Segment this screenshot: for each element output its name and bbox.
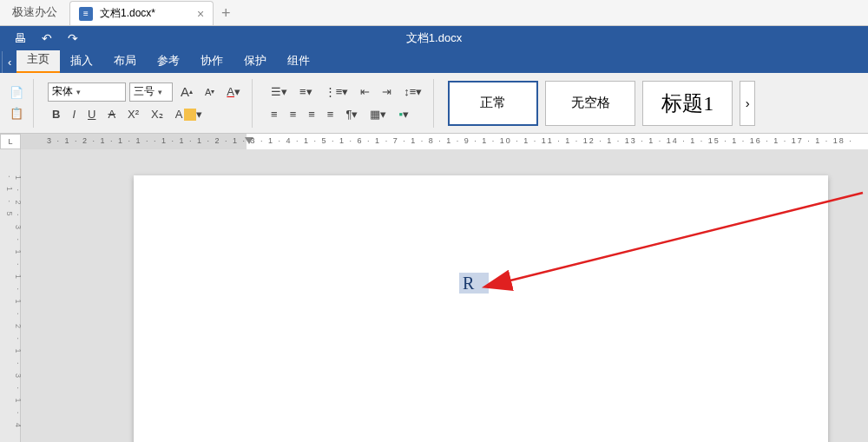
- window-tabbar: 极速办公 ≡ 文档1.docx* × +: [0, 0, 868, 26]
- undo-icon[interactable]: ↶: [42, 31, 52, 45]
- copy-button[interactable]: 📄: [7, 83, 26, 102]
- increase-indent-button[interactable]: ⇥: [378, 82, 396, 102]
- tab-home[interactable]: 主页: [16, 47, 60, 73]
- shading-button[interactable]: ▦▾: [365, 105, 391, 124]
- vruler-ticks: 1 · 2 · 3 · 1 · 1 · 1 · 2 · 1 · 3 · 1 · …: [5, 175, 23, 442]
- tab-insert[interactable]: 插入: [60, 49, 103, 73]
- paragraph-group: ☰▾ ≡▾ ⋮≡▾ ⇤ ⇥ ↕≡▾ ≡ ≡ ≡ ≡ ¶▾ ▦▾ ▪▾: [260, 79, 434, 128]
- bold-button[interactable]: B: [48, 105, 64, 124]
- document-icon: ≡: [79, 7, 93, 21]
- ruler-corner[interactable]: L: [0, 134, 21, 149]
- numbering-button[interactable]: ≡▾: [295, 82, 317, 102]
- line-spacing-button[interactable]: ↕≡▾: [399, 82, 426, 102]
- borders-button[interactable]: ▪▾: [394, 105, 413, 124]
- tab-references[interactable]: 参考: [147, 49, 190, 73]
- clipboard-group: 📄 📋: [7, 79, 34, 128]
- ribbon-tabs: ‹ 主页 插入 布局 参考 协作 保护 组件: [0, 50, 868, 73]
- decrease-indent-button[interactable]: ⇤: [356, 82, 374, 102]
- paragraph-marks-button[interactable]: ¶▾: [341, 105, 362, 124]
- document-page[interactable]: R: [134, 175, 828, 442]
- align-left-button[interactable]: ≡: [266, 105, 282, 124]
- redo-icon[interactable]: ↷: [68, 31, 78, 45]
- font-size-value: 三号: [134, 84, 155, 99]
- grow-font-button[interactable]: A▴: [176, 82, 197, 102]
- shrink-font-button[interactable]: A▾: [201, 82, 219, 102]
- bullets-button[interactable]: ☰▾: [266, 82, 292, 102]
- document-tab[interactable]: ≡ 文档1.docx* ×: [69, 1, 214, 25]
- font-size-combo[interactable]: 三号 ▾: [129, 82, 173, 102]
- workspace: 1 · 2 · 3 · 1 · 1 · 1 · 2 · 1 · 3 · 1 · …: [0, 149, 868, 442]
- chevron-down-icon: ▾: [76, 88, 81, 96]
- ribbon-toolbar: 📄 📋 宋体 ▾ 三号 ▾ A▴ A▾ A▾ B I U A X² X₂ A▾: [0, 73, 868, 134]
- app-name-label: 极速办公: [0, 0, 69, 25]
- style-heading1[interactable]: 标题1: [642, 81, 733, 126]
- document-tab-label: 文档1.docx*: [100, 6, 155, 21]
- document-canvas[interactable]: R: [21, 149, 868, 442]
- superscript-button[interactable]: X²: [123, 105, 143, 124]
- chevron-down-icon: ▾: [158, 88, 162, 96]
- font-name-value: 宋体: [52, 84, 73, 99]
- font-name-combo[interactable]: 宋体 ▾: [48, 82, 126, 102]
- vertical-ruler[interactable]: 1 · 2 · 3 · 1 · 1 · 1 · 2 · 1 · 3 · 1 · …: [0, 149, 21, 442]
- font-group: 宋体 ▾ 三号 ▾ A▴ A▾ A▾ B I U A X² X₂ A▾: [41, 79, 253, 128]
- window-title: 文档1.docx: [406, 30, 462, 46]
- style-no-spacing[interactable]: 无空格: [545, 81, 635, 126]
- subscript-button[interactable]: X₂: [147, 105, 168, 124]
- horizontal-ruler-bar: L 3 · 1 · 2 · 1 · 1 · 1 · · 1 · 1 · 1 · …: [0, 134, 868, 149]
- align-right-button[interactable]: ≡: [304, 105, 319, 124]
- underline-button[interactable]: U: [83, 105, 100, 124]
- new-tab-button[interactable]: +: [214, 1, 238, 25]
- tab-close-button[interactable]: ×: [197, 7, 204, 21]
- annotation-arrow-icon: [464, 184, 868, 323]
- svg-line-1: [507, 193, 863, 281]
- selected-text[interactable]: R: [459, 273, 489, 294]
- style-more[interactable]: ›: [740, 81, 755, 126]
- print-icon[interactable]: 🖶: [14, 31, 26, 45]
- font-color-button[interactable]: A▾: [222, 82, 245, 102]
- file-menu-button[interactable]: ‹: [2, 51, 16, 73]
- tab-components[interactable]: 组件: [277, 49, 320, 73]
- tab-collaborate[interactable]: 协作: [190, 49, 233, 73]
- italic-button[interactable]: I: [68, 105, 80, 124]
- align-center-button[interactable]: ≡: [286, 105, 301, 124]
- paste-button[interactable]: 📋: [7, 104, 26, 123]
- title-bar: 🖶 ↶ ↷ 文档1.docx: [0, 26, 868, 50]
- strikethrough-button[interactable]: A: [103, 105, 120, 124]
- styles-group: 正常 无空格 标题1 ›: [441, 79, 762, 128]
- ruler-ticks: 3 · 1 · 2 · 1 · 1 · 1 · · 1 · 1 · 1 · 2 …: [47, 136, 868, 145]
- highlight-button[interactable]: A▾: [171, 105, 207, 124]
- multilevel-button[interactable]: ⋮≡▾: [320, 82, 353, 102]
- horizontal-ruler[interactable]: 3 · 1 · 2 · 1 · 1 · 1 · · 1 · 1 · 1 · 2 …: [21, 134, 868, 149]
- tab-protect[interactable]: 保护: [233, 49, 277, 73]
- tab-layout[interactable]: 布局: [103, 49, 147, 73]
- style-normal[interactable]: 正常: [448, 81, 538, 126]
- justify-button[interactable]: ≡: [323, 105, 339, 124]
